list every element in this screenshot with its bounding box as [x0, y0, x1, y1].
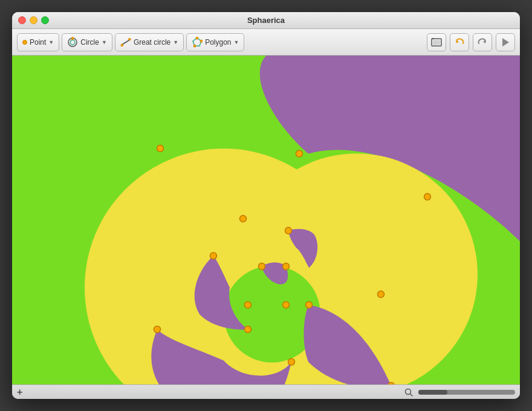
svg-point-7 [196, 37, 198, 39]
svg-point-9 [193, 45, 196, 47]
polygon-icon [192, 37, 203, 48]
point-icon [22, 40, 27, 45]
svg-marker-13 [456, 40, 459, 44]
drawing-canvas[interactable] [12, 56, 520, 384]
polygon-label: Polygon [205, 38, 231, 47]
svg-point-1 [70, 40, 75, 45]
minimize-button[interactable] [30, 16, 37, 24]
svg-rect-11 [433, 40, 440, 45]
add-button[interactable]: + [17, 387, 22, 398]
svg-point-2 [71, 37, 74, 39]
polygon-chevron: ▼ [234, 39, 239, 45]
svg-marker-15 [502, 38, 509, 47]
svg-marker-14 [483, 40, 485, 44]
circle-chevron: ▼ [102, 39, 107, 45]
circle-icon [67, 37, 78, 48]
svg-line-17 [410, 393, 413, 396]
great-circle-chevron: ▼ [173, 39, 178, 45]
canvas-area[interactable] [12, 56, 520, 384]
point-chevron: ▼ [48, 39, 54, 45]
window-title: Sphaerica [247, 16, 285, 25]
zoom-icon [404, 387, 414, 397]
great-circle-tool-button[interactable]: Great circle ▼ [115, 33, 184, 51]
zoom-slider[interactable] [418, 390, 515, 395]
undo-button[interactable] [450, 33, 469, 51]
redo-button[interactable] [473, 33, 492, 51]
svg-point-5 [128, 38, 131, 40]
close-button[interactable] [18, 16, 26, 24]
play-button[interactable] [496, 33, 515, 51]
status-bar: + [12, 384, 520, 399]
window-controls [18, 16, 49, 24]
polygon-tool-button[interactable]: Polygon ▼ [186, 33, 244, 51]
toolbar: Point ▼ Circle ▼ [12, 29, 520, 56]
title-bar: Sphaerica [12, 12, 520, 29]
maximize-button[interactable] [41, 16, 49, 24]
toolbar-right [427, 33, 515, 51]
main-window: Sphaerica Point ▼ Circle ▼ [12, 12, 520, 399]
great-circle-icon [120, 37, 131, 48]
great-circle-label: Great circle [134, 38, 170, 47]
point-label: Point [30, 38, 46, 47]
svg-point-8 [200, 40, 203, 42]
point-tool-button[interactable]: Point ▼ [17, 33, 59, 51]
zoom-slider-fill [418, 390, 447, 395]
svg-rect-12 [432, 38, 434, 39]
screenshot-button[interactable] [427, 33, 446, 51]
circle-tool-button[interactable]: Circle ▼ [62, 33, 112, 51]
svg-point-4 [121, 44, 123, 47]
circle-label: Circle [80, 38, 99, 47]
